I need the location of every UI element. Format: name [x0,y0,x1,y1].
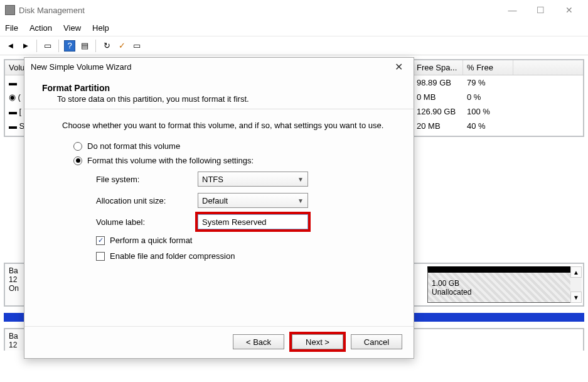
minimize-button[interactable]: — [498,1,527,19]
back-button[interactable]: < Back [233,334,284,349]
volume-label-input[interactable]: System Reserved [198,214,308,229]
separator [95,40,96,52]
quick-format-label: Perform a quick format [110,236,193,245]
filesystem-label: File system: [96,175,198,184]
radio-format-volume[interactable] [73,156,82,165]
partition-unallocated[interactable]: 1.00 GB Unallocated [427,266,580,303]
compression-label: Enable file and folder compression [110,251,235,261]
settings-icon[interactable]: ▤ [79,40,90,52]
menubar: File Action View Help [0,20,588,36]
quick-format-checkbox[interactable] [96,236,105,245]
refresh-icon[interactable]: ↻ [101,40,112,52]
new-simple-volume-wizard: New Simple Volume Wizard ✕ Format Partit… [24,57,414,359]
partition-size: 1.00 GB [432,279,576,288]
help-icon[interactable]: ? [64,40,75,52]
chevron-down-icon: ▼ [297,176,304,183]
allocation-select[interactable]: Default ▼ [198,193,308,208]
dialog-close-icon[interactable]: ✕ [390,61,407,73]
compression-checkbox[interactable] [96,252,105,261]
chevron-down-icon: ▼ [297,197,304,204]
menu-help[interactable]: Help [92,23,109,33]
radio-do-not-format-label: Do not format this volume [87,141,180,151]
dialog-title: New Simple Volume Wizard [31,62,131,72]
divider [24,109,414,109]
show-hide-icon[interactable]: ▭ [42,40,53,52]
dialog-prompt: Choose whether you want to format this v… [62,121,402,130]
allocation-label: Allocation unit size: [96,196,198,205]
next-button[interactable]: Next > [292,334,343,349]
maximize-button[interactable]: ☐ [527,1,555,19]
cancel-button[interactable]: Cancel [351,334,402,349]
menu-view[interactable]: View [63,23,81,33]
col-freespace[interactable]: Free Spa... [413,60,463,75]
scroll-up-icon[interactable]: ▲ [570,266,582,278]
close-button[interactable]: ✕ [555,1,583,19]
separator [36,40,37,52]
dialog-heading: Format Partition [42,83,402,93]
forward-icon[interactable]: ► [20,40,31,52]
col-pctfree[interactable]: % Free [463,60,513,75]
check-icon[interactable]: ✓ [116,40,127,52]
scroll-down-icon[interactable]: ▼ [570,292,582,303]
col-spacer [513,60,583,75]
app-icon [5,5,15,15]
window-titlebar: Disk Management — ☐ ✕ [0,0,588,20]
partition-state: Unallocated [432,288,576,297]
vertical-scrollbar[interactable]: ▲ ▼ [570,266,582,303]
volume-label-label: Volume label: [96,217,198,227]
radio-format-volume-label: Format this volume with the following se… [87,156,254,165]
window-title: Disk Management [19,6,85,15]
menu-file[interactable]: File [5,23,18,33]
list-icon[interactable]: ▭ [131,40,142,52]
toolbar: ◄ ► ▭ ? ▤ ↻ ✓ ▭ [0,36,588,55]
dialog-subheading: To store data on this partition, you mus… [57,94,402,104]
back-icon[interactable]: ◄ [5,40,16,52]
menu-action[interactable]: Action [29,23,52,33]
separator [58,40,59,52]
radio-do-not-format[interactable] [73,142,82,151]
filesystem-select[interactable]: NTFS ▼ [198,172,308,187]
